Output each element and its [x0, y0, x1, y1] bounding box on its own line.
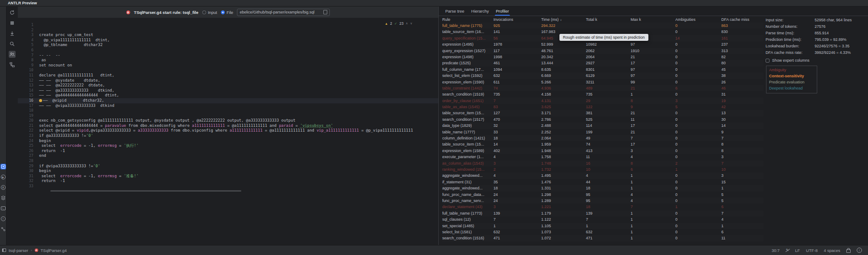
notifications-icon[interactable]: !	[857, 248, 862, 253]
profiler-table-row[interactable]: search_condition (1517)4702.78652511030	[442, 116, 763, 123]
layers-tool-icon[interactable]	[0, 195, 6, 201]
profiler-table-row[interactable]: predicate (1525)46113.444292717080	[442, 60, 763, 66]
column-header[interactable]: Time (ms)∨	[541, 17, 586, 23]
profiler-people-icon[interactable]	[9, 51, 16, 58]
inspections-widget[interactable]: ▲ 2 ✓ 23 ∧ ∨	[385, 21, 412, 26]
code-line[interactable]: 28	[18, 159, 438, 164]
profiler-table-row[interactable]: ranking_windowed (15...21.732106110	[442, 166, 763, 172]
profiler-table-row[interactable]: select_list (1581)6321.073632106	[442, 229, 763, 235]
code-line[interactable]: 3create proc up_com_test	[18, 33, 438, 38]
code-line[interactable]: 5 @p_tblname dtchar32	[18, 43, 438, 48]
antlr-preview-tool-icon[interactable]	[0, 164, 6, 169]
tool-window-toggle-icon[interactable]	[2, 248, 6, 252]
intention-bulb-icon[interactable]	[39, 99, 42, 102]
code-line[interactable]: 13—— —— @a2222222222 dtdate,	[18, 83, 438, 88]
column-header[interactable]: Rule	[442, 17, 493, 23]
sql-editor[interactable]: 123create proc up_com_test4 @p_vipa11111…	[18, 18, 438, 245]
profiler-table-row[interactable]: set_special (1485)11.1051101	[442, 223, 763, 229]
profiler-table-row[interactable]: table_source_item (15...141.959741708	[442, 141, 763, 147]
code-line[interactable]: 9set nocount on	[18, 63, 438, 68]
code-line[interactable]: 21select @a4444444444444444 = paravalue …	[18, 123, 438, 129]
test-file-path-field[interactable]: ebelice/Github/tsql-parser/examples/big.…	[237, 9, 330, 16]
column-header[interactable]: Ambiguities	[675, 17, 721, 23]
profiler-table-row[interactable]: sql_clauses (12)71.1227104	[442, 216, 763, 222]
code-line[interactable]: 10	[18, 68, 438, 73]
profiler-table-row[interactable]: expression (1495)197852.99910982970237	[442, 41, 763, 47]
profiler-table-row[interactable]: full_column_name (17...10948.63583019704…	[442, 66, 763, 73]
profiler-table-row[interactable]: query_expression (1527)11748.76120621910…	[442, 48, 763, 54]
refresh-icon[interactable]	[9, 9, 16, 16]
profiler-table-row[interactable]: func_proc_name_serv...241.28995405	[442, 198, 763, 204]
profiler-table-row[interactable]: table_as_alias (1545)833.6251229542	[442, 104, 763, 110]
code-line[interactable]: 27end	[18, 153, 438, 159]
code-line[interactable]: 30begin	[18, 169, 438, 174]
search-icon[interactable]	[9, 40, 16, 47]
code-line[interactable]: 24begin	[18, 139, 438, 144]
profiler-table-row[interactable]: aggregate_windowed...41.4954103	[442, 172, 763, 179]
column-header[interactable]: Total k	[586, 17, 631, 23]
readonly-pen-icon[interactable]: ✎	[786, 248, 789, 252]
code-line[interactable]: 6	[18, 48, 438, 53]
line-separator[interactable]: LF	[795, 248, 800, 253]
code-line[interactable]: 17—— —— @vipa333333333333 dtkind	[18, 103, 438, 109]
run-tool-icon[interactable]: ▶	[0, 174, 6, 180]
code-line[interactable]: 2	[18, 28, 438, 33]
antlr-tool-icon[interactable]: A	[0, 185, 6, 190]
next-problem-icon[interactable]: ∨	[410, 22, 412, 25]
profiler-table-row[interactable]: declare_statement (43)31.22118716	[442, 204, 763, 210]
code-line[interactable]: 4 @p_vipa1111111111111 dtint,	[18, 38, 438, 43]
code-line[interactable]: 31 select errorcode = -1, errormsg = '准备…	[18, 174, 438, 179]
profiler-table-header[interactable]: RuleInvocationsTime (ms)∨Total kMax kAmb…	[442, 17, 763, 23]
tab-profiler[interactable]: Profiler	[492, 7, 512, 16]
profiler-table-row[interactable]: if_statement (31)351.476441015	[442, 179, 763, 185]
scroll-down-icon[interactable]	[9, 30, 16, 37]
profiler-table-row[interactable]: column_definition (1421)182.06449707	[442, 135, 763, 141]
profiler-table-row[interactable]: data_type (1829)322.48811417014	[442, 123, 763, 129]
profiler-table-row[interactable]: expression_elem (1589)4021.948413308	[442, 148, 763, 154]
code-line[interactable]: 15—— —— @a4444444444444444 dtint,	[18, 93, 438, 98]
lock-icon[interactable]	[846, 249, 851, 253]
problems-tool-icon[interactable]: !	[0, 216, 6, 222]
file-encoding[interactable]: UTF-8	[806, 248, 818, 253]
profiler-table-row[interactable]: table_constraint (1442)744.93648921646	[442, 85, 763, 91]
stop-icon[interactable]	[9, 20, 16, 26]
breadcrumb-file[interactable]: TSqlParser.g4	[41, 248, 67, 253]
column-header[interactable]: Max k	[631, 17, 675, 23]
code-line[interactable]: 12—— —— @sysdate dtdate,	[18, 78, 438, 83]
code-line[interactable]: 32 return -1	[18, 179, 438, 184]
profiler-table-row[interactable]: full_table_name (1775)925294.3220863	[442, 23, 763, 29]
prev-problem-icon[interactable]: ∧	[406, 22, 408, 25]
tab-parse-tree[interactable]: Parse tree	[442, 7, 468, 16]
profiler-table-row[interactable]: execute_parameter (1...41.75811403	[442, 154, 763, 160]
profiler-table-row[interactable]: func_proc_name_data...241.29895405	[442, 192, 763, 198]
indent-setting[interactable]: 4 spaces	[824, 248, 840, 253]
code-line[interactable]: 23if @a333333333333 !='0'	[18, 133, 438, 139]
code-line[interactable]: 22select @vipid = vipid,@vipa33333333333…	[18, 128, 438, 133]
code-line[interactable]: 18	[18, 108, 438, 113]
profiler-table-row[interactable]: search_condition (1519)7354.1587351031	[442, 91, 763, 97]
breadcrumb-project[interactable]: tsql-parser	[9, 248, 28, 253]
code-line[interactable]: 25 select errorcode = -1, errormsg = '执行…	[18, 143, 438, 149]
code-line[interactable]: 7-- -- --	[18, 53, 438, 58]
code-line[interactable]: 14—— —— @a333333333333 dtkind,	[18, 88, 438, 93]
hierarchy-icon[interactable]	[9, 61, 16, 68]
code-line[interactable]: 16—— @vipid dtchar32,	[18, 98, 438, 103]
profiler-table-row[interactable]: order_by_clause (1651)74.131298319	[442, 98, 763, 104]
code-line[interactable]: 1	[18, 23, 438, 28]
profiler-table-row[interactable]: search_condition (1516)4711.0724711011	[442, 235, 763, 241]
tab-hierarchy[interactable]: Hierarchy	[468, 7, 493, 16]
code-line[interactable]: 8 as	[18, 58, 438, 63]
profiler-table-row[interactable]: select_list_elem (1592)6326.669612997038	[442, 73, 763, 79]
profiler-table-row[interactable]: table_source_item (15...1273.17138121013	[442, 110, 763, 116]
code-line[interactable]: 29if @vipa333333333333 !='0'	[18, 164, 438, 169]
profiler-table-row[interactable]: expression_elem (1590)6115.266321199026	[442, 79, 763, 85]
settings-tool-icon[interactable]	[0, 226, 6, 232]
code-line[interactable]: 26 return -1	[18, 149, 438, 154]
code-line[interactable]: 11declare @a1111111111111 dtint,	[18, 73, 438, 78]
horizontal-scrollbar[interactable]	[50, 190, 241, 192]
profiler-table-row[interactable]: as_column_alias (1543)31.74816827	[442, 160, 763, 166]
profiler-table-row[interactable]: full_table_name (1773)1391.179139107	[442, 210, 763, 216]
profiler-table-row[interactable]: expression (1498)199820.342206421082	[442, 54, 763, 60]
column-header[interactable]: DFA cache miss	[721, 17, 763, 23]
file-radio[interactable]: File	[221, 10, 233, 15]
